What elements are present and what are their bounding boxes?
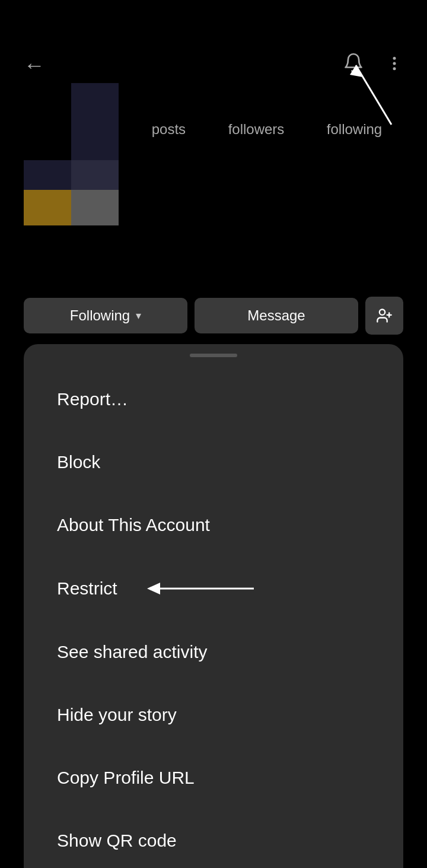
menu-item-restrict[interactable]: Restrict (24, 557, 403, 621)
menu-item-qr-code[interactable]: Show QR code (24, 809, 403, 868)
stat-followers[interactable]: followers (228, 119, 285, 138)
add-friend-button[interactable] (365, 297, 403, 335)
back-button[interactable]: ← (24, 53, 45, 78)
following-label: following (327, 121, 382, 138)
copy-url-label: Copy Profile URL (57, 768, 195, 788)
report-label: Report… (57, 389, 128, 409)
block-label: Block (57, 452, 100, 472)
stat-posts[interactable]: posts (152, 119, 186, 138)
restrict-label: Restrict (57, 578, 117, 599)
mosaic-block-2 (24, 160, 71, 190)
menu-item-about[interactable]: About This Account (24, 494, 403, 557)
bottom-sheet: Report… Block About This Account Restric… (24, 344, 403, 868)
mosaic-block-4 (24, 190, 71, 225)
hide-story-label: Hide your story (57, 705, 177, 725)
menu-item-hide-story[interactable]: Hide your story (24, 683, 403, 746)
posts-label: posts (152, 121, 186, 138)
avatar-mosaic (24, 83, 119, 225)
svg-marker-9 (147, 583, 160, 594)
menu-item-shared-activity[interactable]: See shared activity (24, 621, 403, 683)
restrict-arrow-annotation (141, 578, 260, 599)
shared-activity-label: See shared activity (57, 642, 207, 662)
sheet-handle (190, 354, 237, 357)
menu-item-block[interactable]: Block (24, 431, 403, 494)
header-left: ← (24, 53, 45, 78)
chevron-down-icon: ▾ (136, 309, 141, 322)
action-buttons: Following ▾ Message (24, 297, 403, 335)
mosaic-block-5 (71, 190, 119, 225)
following-label: Following (70, 307, 130, 324)
stat-following[interactable]: following (327, 119, 382, 138)
svg-point-5 (380, 310, 385, 315)
about-label: About This Account (57, 515, 210, 535)
message-button[interactable]: Message (195, 298, 358, 333)
following-button[interactable]: Following ▾ (24, 298, 187, 333)
add-friend-icon (376, 307, 393, 324)
profile-area: posts followers following (0, 83, 427, 225)
followers-label: followers (228, 121, 285, 138)
sheet-menu: Report… Block About This Account Restric… (24, 362, 403, 868)
mosaic-block-1 (71, 83, 119, 160)
stats-area: posts followers following (119, 83, 403, 138)
qr-code-label: Show QR code (57, 831, 177, 851)
mosaic-block-3 (71, 160, 119, 190)
menu-item-report[interactable]: Report… (24, 368, 403, 431)
message-label: Message (247, 307, 305, 324)
svg-marker-4 (350, 65, 363, 77)
menu-item-copy-url[interactable]: Copy Profile URL (24, 746, 403, 809)
